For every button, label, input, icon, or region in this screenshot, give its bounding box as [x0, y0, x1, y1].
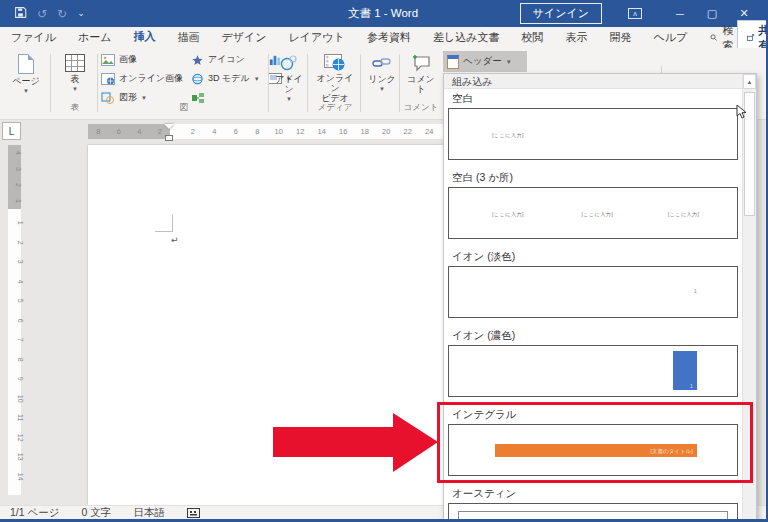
tab-mailings[interactable]: 差し込み文書	[422, 27, 511, 49]
tab-help[interactable]: ヘルプ	[642, 27, 698, 49]
header-button[interactable]: ヘッダー ▼	[443, 51, 527, 72]
tab-design[interactable]: デザイン	[211, 27, 278, 49]
gallery-preview: [ここに入力]	[448, 108, 738, 160]
undo-icon[interactable]: ↺	[37, 8, 47, 20]
austin-inner-frame	[458, 511, 728, 522]
chevron-down-icon: ▼	[506, 59, 512, 65]
document-page[interactable]: ↵	[88, 145, 448, 505]
link-icon	[372, 54, 392, 72]
chevron-down-icon: ▼	[286, 96, 292, 102]
online-pictures-button[interactable]: オンライン画像	[101, 69, 183, 88]
chevron-down-icon: ▼	[72, 86, 78, 92]
quick-access-toolbar: ↺ ↻ ⌄	[0, 6, 85, 21]
group-media: オンライン ビデオ メディア	[311, 50, 359, 116]
group-comment: コメント コメント	[403, 50, 439, 116]
group-pages: ページ ▼	[4, 50, 48, 116]
gallery-preview: [ここに入力] [ここに入力] [ここに入力]	[448, 187, 738, 239]
page-icon	[18, 54, 34, 74]
comment-plus-icon	[411, 54, 431, 72]
highlight-rectangle	[437, 402, 753, 483]
chevron-down-icon: ▼	[141, 95, 147, 101]
comment-button[interactable]: コメント	[403, 50, 439, 94]
gallery-preview: 1	[448, 345, 738, 397]
maximize-button[interactable]: ▢	[696, 7, 728, 20]
picture-icon	[101, 54, 115, 66]
icons-button[interactable]: アイコン	[191, 50, 260, 69]
title-bar: ↺ ↻ ⌄ 文書 1 - Word サインイン ʌ ─ ▢ ✕	[0, 0, 766, 27]
chevron-down-icon: ▼	[23, 88, 29, 94]
word-window: ↺ ↻ ⌄ 文書 1 - Word サインイン ʌ ─ ▢ ✕ ファイル ホーム…	[0, 0, 768, 522]
signin-button[interactable]: サインイン	[520, 3, 602, 24]
online-picture-icon	[101, 73, 115, 85]
3d-model-icon	[191, 73, 204, 85]
pictures-button[interactable]: 画像	[101, 50, 183, 69]
chevron-down-icon: ▼	[254, 76, 260, 82]
language-indicator[interactable]: 日本語	[133, 506, 165, 520]
input-mode-icon[interactable]	[187, 508, 200, 518]
scroll-up-icon[interactable]: ▲	[743, 74, 756, 89]
paragraph-mark: ↵	[171, 235, 179, 245]
online-video-button[interactable]: オンライン ビデオ	[311, 50, 359, 103]
group-table: 表 ▼ 表	[54, 50, 96, 116]
page-indicator[interactable]: 1/1 ページ	[10, 506, 60, 520]
tab-review[interactable]: 校閲	[510, 27, 554, 49]
first-line-indent-marker[interactable]	[164, 124, 174, 134]
online-video-icon	[324, 54, 346, 71]
tab-insert[interactable]: 挿入	[123, 26, 167, 50]
v-ruler[interactable]: 4321 1234567891011121314	[8, 145, 21, 503]
tab-draw[interactable]: 描画	[167, 27, 211, 49]
tab-file[interactable]: ファイル	[0, 27, 67, 49]
h-ruler-margin[interactable]: 8642	[88, 124, 170, 139]
tab-layout[interactable]: レイアウト	[278, 27, 356, 49]
save-icon[interactable]	[14, 6, 27, 21]
tab-stop-selector[interactable]: L	[2, 122, 21, 140]
ion-dark-accent-rect: 1	[673, 351, 697, 390]
ribbon-tab-bar: ファイル ホーム 挿入 描画 デザイン レイアウト 参考資料 差し込み文書 校閲…	[0, 27, 766, 48]
table-icon	[65, 54, 85, 72]
addins-button[interactable]: アドイン ▼	[272, 50, 306, 102]
header-icon	[447, 55, 459, 69]
icons-icon	[191, 54, 204, 66]
margin-crop-mark	[155, 215, 173, 232]
gallery-group-title: 組み込み	[444, 74, 756, 89]
3d-models-button[interactable]: 3D モデル ▼	[191, 69, 260, 88]
gallery-item-blank[interactable]: 空白 [ここに入力]	[448, 91, 738, 160]
minimize-button[interactable]: ─	[664, 8, 696, 20]
tab-home[interactable]: ホーム	[67, 27, 123, 49]
gallery-preview: 1	[448, 266, 738, 318]
close-button[interactable]: ✕	[728, 7, 760, 20]
addins-icon	[279, 54, 299, 72]
table-button[interactable]: 表 ▼	[54, 50, 96, 92]
group-links: リンク ▼	[364, 50, 400, 116]
tab-references[interactable]: 参考資料	[356, 27, 422, 49]
left-indent-marker[interactable]	[165, 135, 173, 141]
tab-view[interactable]: 表示	[554, 27, 598, 49]
links-button[interactable]: リンク ▼	[364, 50, 400, 92]
redo-icon[interactable]: ↻	[57, 8, 67, 20]
gallery-item-ion-light[interactable]: イオン (淡色) 1	[448, 249, 738, 318]
share-icon	[747, 32, 754, 43]
word-count[interactable]: 0 文字	[82, 506, 112, 520]
search-icon	[710, 32, 717, 43]
gallery-preview	[448, 503, 738, 522]
tab-developer[interactable]: 開発	[598, 27, 642, 49]
chevron-down-icon: ▼	[379, 86, 385, 92]
gallery-item-ion-dark[interactable]: イオン (濃色) 1	[448, 328, 738, 397]
pages-button[interactable]: ページ ▼	[4, 50, 48, 94]
mouse-cursor	[736, 104, 748, 120]
gallery-item-blank-3[interactable]: 空白 (3 か所) [ここに入力] [ここに入力] [ここに入力]	[448, 170, 738, 239]
h-ruler-main[interactable]: 24681012141618202224	[170, 124, 443, 139]
group-addins: アドイン ▼	[272, 50, 306, 116]
group-illustrations: 画像 オンライン画像 図形 ▼ アイコン	[101, 50, 267, 116]
customize-qat-icon[interactable]: ⌄	[77, 9, 85, 18]
gallery-item-austin[interactable]: オースティン	[448, 486, 738, 522]
ribbon-display-options-icon[interactable]: ʌ	[628, 8, 642, 19]
